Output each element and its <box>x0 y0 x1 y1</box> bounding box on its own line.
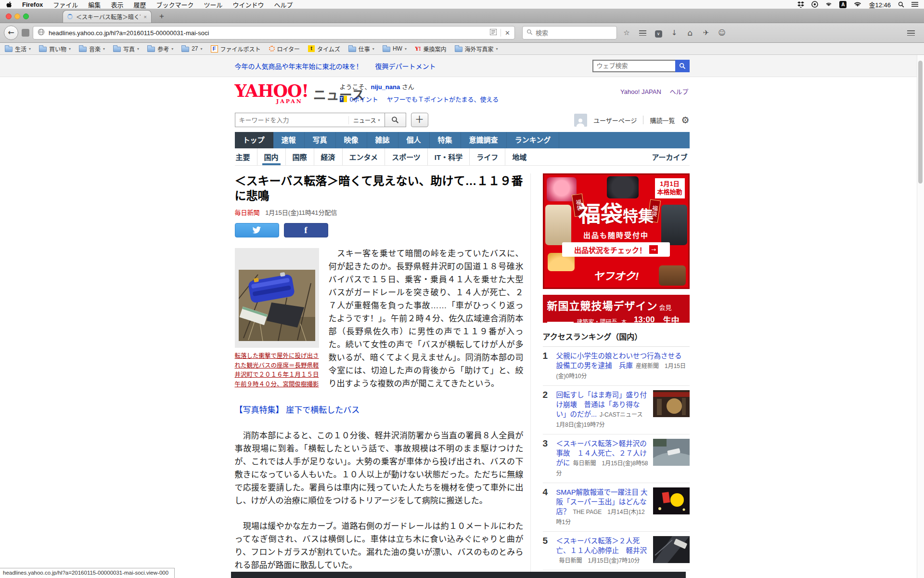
reader-mode-icon[interactable] <box>490 28 497 37</box>
twitter-share-button[interactable] <box>235 223 279 237</box>
browser-tab[interactable]: ＜スキーバス転落＞暗くて... × <box>63 10 152 23</box>
photo-caption-link[interactable]: 転落した衝撃で屋外に投げ出された観光バスの座席＝長野県軽井沢町で２０１６年１月１… <box>235 352 319 389</box>
tab-close-icon[interactable]: × <box>144 14 147 20</box>
apple-menu-icon[interactable] <box>6 1 12 8</box>
menu-item-file[interactable]: ファイル <box>53 0 78 9</box>
sub-tab-it-science[interactable]: IT・科学 <box>427 148 469 165</box>
points-link[interactable]: 0ポイント <box>350 94 378 104</box>
wifi-icon[interactable] <box>854 1 861 7</box>
dropbox-icon[interactable] <box>797 1 804 8</box>
bookmark-times[interactable]: tタイムズ <box>308 45 340 53</box>
settings-gear-icon[interactable]: ⚙ <box>681 115 689 125</box>
menu-item-history[interactable]: 履歴 <box>133 0 146 9</box>
news-search-input[interactable] <box>235 117 349 124</box>
promo-link-2[interactable]: 復興デパートメント <box>375 61 436 71</box>
ranking-link[interactable]: ＜スキーバス転落＞２人死亡、１１人心肺停止 軽井沢 <box>556 537 647 554</box>
home-icon[interactable]: ⌂ <box>684 28 696 38</box>
photo-feature-link[interactable]: 【写真特集】 崖下で横転したバス <box>235 404 524 417</box>
pocket-icon[interactable] <box>652 28 665 38</box>
window-minimize-button[interactable] <box>14 13 20 19</box>
news-search-field[interactable]: ニュース▾ <box>235 113 385 127</box>
menu-item-bookmarks[interactable]: ブックマーク <box>156 0 193 9</box>
menu-item-window[interactable]: ウインドウ <box>232 0 264 9</box>
scrollbar-thumb[interactable] <box>918 61 923 184</box>
menu-item-help[interactable]: ヘルプ <box>274 0 293 9</box>
airplay-icon[interactable] <box>825 2 832 7</box>
new-tab-button[interactable]: + <box>155 11 168 22</box>
bookmark-transit[interactable]: Y!乗換案内 <box>415 45 447 53</box>
menu-item-edit[interactable]: 編集 <box>88 0 101 9</box>
url-bar[interactable]: ✕ <box>33 26 515 39</box>
help-link[interactable]: ヘルプ <box>669 88 688 95</box>
fukubukuro-ad-banner[interactable]: 1月1日本格始動 福袋 福袋 福袋特集 出品も随時受付中 出品状況をチェック！→… <box>543 173 690 289</box>
ranking-thumbnail[interactable] <box>653 487 690 514</box>
sub-tab-life[interactable]: ライフ <box>469 148 505 165</box>
bookmark-folder-life[interactable]: 生活▾ <box>5 45 31 53</box>
bookmark-folder-photo[interactable]: 写真▾ <box>113 45 139 53</box>
input-source-icon[interactable]: A <box>839 1 847 8</box>
window-zoom-button[interactable] <box>23 13 29 19</box>
sub-tab-world[interactable]: 国際 <box>285 148 314 165</box>
bookmark-filepost[interactable]: Fファイルポスト <box>211 45 261 53</box>
bookmark-reuters[interactable]: ロイター <box>269 45 300 53</box>
ranking-thumbnail[interactable] <box>653 390 690 417</box>
bookmark-folder-reference[interactable]: 参考▾ <box>147 45 173 53</box>
web-search-input[interactable] <box>592 60 675 72</box>
sub-tab-sports[interactable]: スポーツ <box>385 148 427 165</box>
window-close-button[interactable] <box>6 13 12 19</box>
bookmark-folder-27[interactable]: 27▾ <box>181 45 202 52</box>
sub-tab-region[interactable]: 地域 <box>505 148 533 165</box>
bookmark-folder-music[interactable]: 音楽▾ <box>79 45 105 53</box>
nav-tab-magazine[interactable]: 雑誌 <box>367 132 398 148</box>
nav-tab-survey[interactable]: 意識調査 <box>461 132 507 148</box>
ranking-thumbnail[interactable] <box>653 536 690 563</box>
username-link[interactable]: niju_nana <box>371 83 400 91</box>
news-search-button[interactable] <box>385 113 406 127</box>
menu-icon[interactable] <box>905 29 917 37</box>
feedback-smiley-icon[interactable]: ☺ <box>716 28 728 37</box>
thepage-ad-banner[interactable]: 新国立競技場デザイン会見 THEPAGE 建築家・隈研吾氏 本日 13:00～ … <box>543 295 690 323</box>
archive-link[interactable]: アーカイブ <box>652 152 689 162</box>
page-icon[interactable] <box>22 29 29 37</box>
promo-link-1[interactable]: 今年の人気商品や年末年始に東北の味を！ <box>235 61 363 71</box>
ranking-thumbnail[interactable] <box>653 439 690 466</box>
avatar[interactable] <box>574 114 587 127</box>
points-note-link[interactable]: ヤフーでもＴポイントがたまる、使える <box>387 94 499 104</box>
ad-cta-button[interactable]: 出品状況をチェック！→ <box>562 242 670 257</box>
nav-tab-feature[interactable]: 特集 <box>430 132 461 148</box>
bookmark-folder-photographers[interactable]: 海外写真家▾ <box>455 45 498 53</box>
sub-tab-major[interactable]: 主要 <box>235 148 257 165</box>
creative-cloud-icon[interactable] <box>811 1 818 8</box>
facebook-share-button[interactable]: f <box>284 223 328 237</box>
yahoo-japan-link[interactable]: Yahoo! JAPAN <box>620 88 661 95</box>
browser-search-input[interactable] <box>536 29 613 37</box>
add-keyword-button[interactable]: ＋ <box>411 113 428 127</box>
bookmark-folder-work[interactable]: 仕事▾ <box>348 45 374 53</box>
nav-tab-personal[interactable]: 個人 <box>398 132 430 148</box>
article-photo[interactable] <box>239 270 315 341</box>
subscriptions-link[interactable]: 購読一覧 <box>650 116 675 125</box>
browser-search-field[interactable] <box>522 26 617 39</box>
nav-tab-ranking[interactable]: ランキング <box>507 132 560 148</box>
sub-tab-entertainment[interactable]: エンタメ <box>342 148 385 165</box>
sub-tab-domestic[interactable]: 国内 <box>257 148 285 165</box>
web-search-button[interactable] <box>675 60 690 72</box>
nav-tab-flash[interactable]: 速報 <box>273 132 305 148</box>
stop-icon[interactable]: ✕ <box>505 29 510 37</box>
user-page-link[interactable]: ユーザーページ <box>593 116 637 125</box>
article-source-link[interactable]: 毎日新聞 <box>235 209 260 216</box>
menu-item-firefox[interactable]: Firefox <box>22 1 43 8</box>
menu-item-tools[interactable]: ツール <box>204 0 222 9</box>
bookmarks-menu-icon[interactable] <box>636 29 649 37</box>
site-identity-globe-icon[interactable] <box>38 28 45 38</box>
nav-tab-video[interactable]: 映像 <box>336 132 367 148</box>
nav-tab-top[interactable]: トップ <box>235 132 273 148</box>
notification-center-icon[interactable] <box>911 1 918 7</box>
share-icon[interactable]: ✈ <box>700 28 712 37</box>
spotlight-icon[interactable] <box>898 1 904 8</box>
scrollbar-track[interactable] <box>917 55 924 578</box>
bookmark-folder-shopping[interactable]: 買い物▾ <box>39 45 71 53</box>
back-button[interactable]: ← <box>4 26 18 40</box>
nav-tab-photo[interactable]: 写真 <box>305 132 336 148</box>
bookmark-star-icon[interactable]: ☆ <box>620 28 633 37</box>
